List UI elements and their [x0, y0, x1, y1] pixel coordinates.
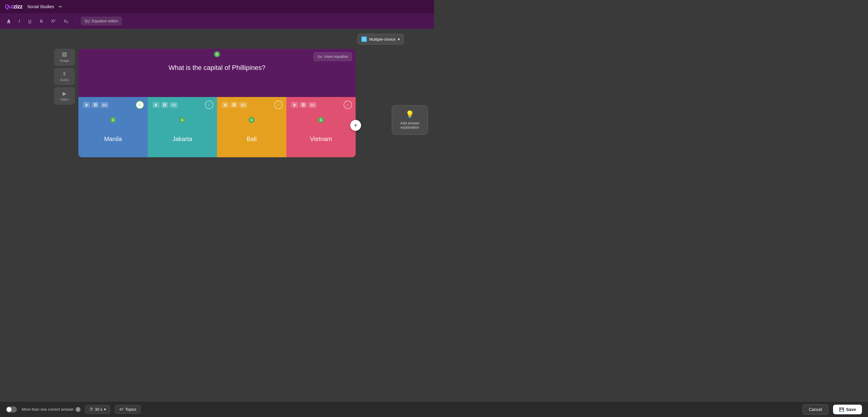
image-icon: 🖼 [62, 52, 67, 58]
side-tools: 🖼 Image 🎙 Audio ▶ Video [54, 49, 75, 104]
underline-button[interactable]: U [26, 17, 34, 25]
answer-card-4[interactable]: 🗑 🖼 f(x) ✓ G Vietnam [286, 97, 355, 157]
answer-2-toolbar: 🗑 🖼 f(x) [153, 102, 212, 108]
question-area[interactable]: G f(x) Insert equation What is the capit… [79, 49, 355, 97]
answer-2-delete-button[interactable]: 🗑 [153, 102, 159, 108]
bulb-icon: 💡 [397, 110, 423, 119]
answer-4-toolbar: 🗑 🖼 f(x) [291, 102, 351, 108]
answer-4-text[interactable]: Vietnam [291, 125, 351, 153]
add-answer-button[interactable]: + [350, 120, 361, 131]
answer-1-image-button[interactable]: 🖼 [92, 102, 99, 108]
grammarly-icon: G [214, 51, 220, 57]
equation-icon: f(x) [85, 19, 90, 23]
add-explanation-panel[interactable]: 💡 Add answer explanation [392, 105, 428, 135]
answers-grid: 🗑 🖼 f(x) ✓ G Manila 🗑 🖼 f(x) ✓ G Jakarta [79, 97, 355, 157]
text-color-button[interactable]: A [5, 17, 13, 25]
answer-2-formula-button[interactable]: f(x) [170, 102, 178, 108]
answer-1-check[interactable]: ✓ [135, 101, 144, 109]
logo: Quizizz [5, 4, 23, 10]
answer-1-text[interactable]: Manila [83, 125, 143, 153]
answer-4-grammarly-icon: G [318, 117, 324, 123]
answer-1-delete-button[interactable]: 🗑 [83, 102, 90, 108]
answer-4-check[interactable]: ✓ [344, 101, 352, 109]
answer-3-toolbar: 🗑 🖼 f(x) [222, 102, 281, 108]
question-type-selector[interactable]: ☑ Multiple-choice ▾ [358, 34, 404, 44]
answer-2-check[interactable]: ✓ [205, 101, 213, 109]
answer-2-text[interactable]: Jakarta [153, 125, 212, 153]
answer-3-text[interactable]: Bali [222, 125, 281, 153]
answer-2-grammarly-icon: G [179, 117, 185, 123]
equation-editor-button[interactable]: f(x) Equation editor [81, 17, 122, 25]
image-tool-button[interactable]: 🖼 Image [54, 49, 75, 66]
edit-title-icon[interactable]: ✏ [59, 4, 62, 9]
video-icon: ▶ [63, 91, 66, 96]
answer-card-1[interactable]: 🗑 🖼 f(x) ✓ G Manila [79, 97, 148, 157]
answer-3-check[interactable]: ✓ [274, 101, 283, 109]
audio-tool-button[interactable]: 🎙 Audio [54, 68, 75, 85]
answer-3-delete-button[interactable]: 🗑 [222, 102, 229, 108]
answer-4-image-button[interactable]: 🖼 [300, 102, 307, 108]
answer-card-3[interactable]: 🗑 🖼 f(x) ✓ G Bali [217, 97, 286, 157]
answer-3-grammarly-icon: G [249, 117, 255, 123]
quiz-title: Social Studies [27, 4, 54, 9]
answer-2-image-button[interactable]: 🖼 [161, 102, 168, 108]
audio-icon: 🎙 [62, 71, 67, 77]
multiple-choice-icon: ☑ [361, 36, 367, 42]
answer-card-2[interactable]: 🗑 🖼 f(x) ✓ G Jakarta [148, 97, 217, 157]
answer-3-image-button[interactable]: 🖼 [230, 102, 238, 108]
video-tool-button[interactable]: ▶ Video [54, 87, 75, 104]
answer-4-formula-button[interactable]: f(x) [309, 102, 316, 108]
answer-1-grammarly-icon: G [110, 117, 116, 123]
subscript-button[interactable]: X₂ [61, 17, 70, 25]
superscript-button[interactable]: X² [49, 17, 58, 25]
main-content: ☑ Multiple-choice ▾ 🖼 Image 🎙 Audio ▶ Vi… [0, 29, 434, 193]
question-text[interactable]: What is the capital of Phillipines? [168, 64, 266, 72]
answer-4-delete-button[interactable]: 🗑 [291, 102, 298, 108]
answer-3-formula-button[interactable]: f(x) [239, 102, 247, 108]
top-nav: Quizizz Social Studies ✏ [0, 0, 434, 13]
strikethrough-button[interactable]: S [37, 17, 45, 25]
answer-1-toolbar: 🗑 🖼 f(x) [83, 102, 143, 108]
answer-1-formula-button[interactable]: f(x) [101, 102, 108, 108]
italic-button[interactable]: I [16, 17, 22, 25]
formatting-toolbar: A I U S X² X₂ f(x) Equation editor [0, 13, 434, 29]
formula-icon: f(x) [318, 55, 322, 59]
insert-equation-button[interactable]: f(x) Insert equation [314, 53, 352, 61]
dropdown-chevron-icon: ▾ [398, 37, 400, 41]
